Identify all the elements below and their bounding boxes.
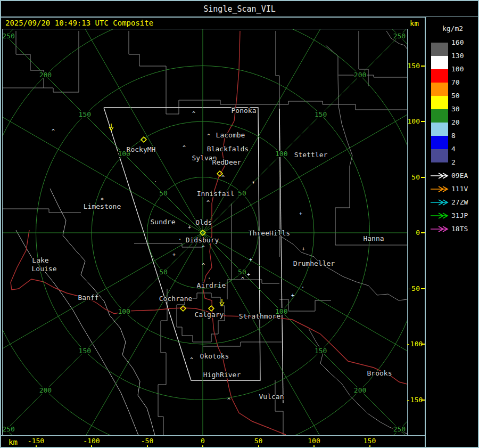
range-ring-label: 200 (39, 71, 52, 79)
bottom-axis-tick (313, 445, 315, 448)
county-boundary-line (309, 329, 407, 434)
town-marker: + (249, 257, 252, 263)
range-ring-label: 50 (238, 268, 246, 276)
county-boundary-line (134, 243, 203, 247)
range-ring-label: 100 (118, 307, 130, 315)
county-boundary-line (3, 209, 81, 213)
range-ring-label: 150 (315, 110, 327, 118)
bottom-axis-tick-label: -50 (136, 437, 159, 445)
window-title: Single_Scan_VIL (1, 1, 478, 17)
radar-map-canvas[interactable]: 5050505010010010010015015015015020020020… (3, 29, 407, 435)
legend-threshold-label: 130 (451, 52, 464, 60)
right-axis-tick (421, 344, 425, 345)
place-label: Limestone (84, 202, 121, 210)
right-axis-tick (421, 400, 425, 401)
right-axis-tick-label: -100 (406, 340, 420, 348)
radar-map[interactable]: 5050505010010010010015015015015020020020… (2, 29, 408, 436)
place-label: Stettler (294, 151, 328, 159)
place-label: HighRiver (203, 371, 241, 379)
bottom-axis-tick-label: -100 (80, 437, 103, 445)
place-label: Louise (32, 265, 57, 273)
place-label: Lacombe (216, 131, 245, 139)
county-boundary-line (3, 88, 79, 92)
town-marker: + (172, 252, 176, 258)
place-label: Brooks (367, 369, 392, 377)
town-marker: ^ (207, 200, 210, 206)
town-marker: + (247, 272, 250, 278)
right-axis-tick (421, 232, 425, 233)
range-ring-label: 250 (3, 425, 15, 433)
town-marker: + (291, 292, 294, 298)
county-boundary-line (227, 203, 232, 299)
track-arrow-icon (430, 212, 449, 219)
bottom-axis-tick-label: 0 (191, 437, 214, 445)
right-axis-tick (421, 66, 425, 67)
place-label: Innisfail (197, 190, 234, 198)
title-divider (1, 17, 479, 18)
radar-site-marker (180, 306, 186, 311)
range-ring-label: 50 (238, 189, 246, 197)
town-marker: ^ (202, 245, 205, 251)
legend-color-swatch (431, 69, 448, 83)
town-marker: + (302, 246, 305, 252)
town-marker: ^ (221, 175, 225, 181)
bottom-axis-tick-label: 150 (358, 437, 382, 445)
town-marker: ^ (202, 263, 205, 268)
legend-color-swatch (431, 136, 448, 149)
range-ring-label: 150 (315, 347, 327, 355)
county-boundary-line (232, 280, 279, 283)
right-axis-tick-label: 100 (406, 118, 420, 125)
track-arrow-icon (430, 225, 449, 233)
town-marker: · (154, 179, 157, 185)
bottom-axis-tick-label: -150 (24, 437, 48, 445)
legend-threshold-label: 70 (451, 79, 460, 86)
legend-threshold-label: 20 (451, 119, 460, 126)
town-marker: ^ (227, 397, 230, 403)
legend-threshold-label: 50 (451, 92, 460, 100)
bottom-axis-tick (91, 445, 92, 448)
place-label: Vulcan (259, 393, 284, 401)
track-arrow-icon (430, 185, 449, 193)
right-axis-tick (421, 288, 425, 289)
scan-timestamp: 2025/09/20 10:49:13 UTC Composite (5, 19, 153, 27)
track-id-label: 111V (451, 185, 468, 193)
place-label: Banff (78, 294, 98, 302)
town-marker: · (301, 284, 304, 290)
bottom-axis-tick (369, 445, 370, 448)
place-label: Blackfalds (207, 145, 249, 153)
track-arrow-icon (430, 199, 449, 206)
track-id-label: 27ZW (451, 199, 468, 206)
place-label: Lake (32, 256, 48, 264)
legend-threshold-label: 8 (451, 132, 456, 140)
town-marker: ^ (190, 357, 193, 363)
bottom-axis-unit: km (9, 438, 18, 446)
town-marker: + (299, 211, 302, 217)
county-boundary-line (338, 75, 407, 77)
right-axis-tick-label: 50 (406, 174, 420, 181)
range-ring-label: 200 (354, 71, 366, 79)
place-label: Cochrane (159, 295, 193, 303)
legend-color-swatch (431, 96, 448, 109)
place-label: ThreeHills (249, 229, 290, 237)
legend-threshold-label: 30 (451, 105, 460, 113)
track-id-label: 18TS (451, 225, 468, 233)
track-id-label: 31JP (451, 212, 468, 219)
town-marker: ^ (207, 133, 210, 139)
range-ring-label: 250 (393, 32, 406, 40)
legend-color-swatch (431, 56, 448, 69)
place-label: Didsbury (186, 236, 219, 244)
county-boundary-line (203, 342, 282, 346)
legend-color-swatch (431, 109, 448, 123)
range-ring-label: 200 (39, 386, 52, 394)
color-legend-panel: kg/m2 1601301007050302084209EA111V27ZW31… (426, 17, 479, 447)
right-axis-tick-label: -50 (406, 285, 420, 292)
legend-color-swatch (431, 83, 448, 96)
range-ring-label: 200 (354, 386, 366, 394)
track-id-label: 09EA (451, 172, 468, 180)
right-axis-unit: km (410, 19, 419, 28)
town-marker: * (252, 181, 255, 186)
bottom-axis-tick (147, 445, 148, 448)
range-ring-label: 150 (79, 347, 91, 355)
legend-threshold-label: 100 (451, 66, 464, 73)
legend-color-swatch (431, 149, 448, 162)
